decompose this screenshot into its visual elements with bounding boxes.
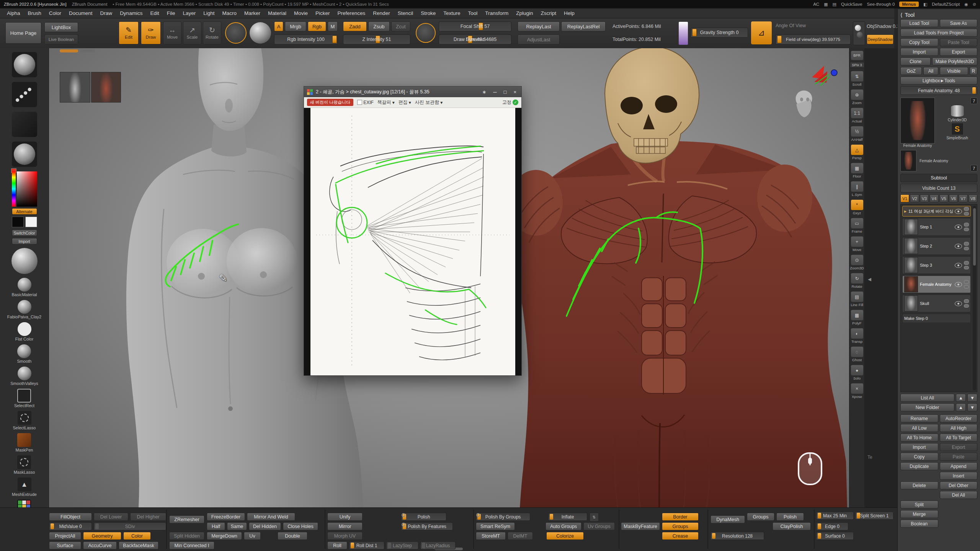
toggle-dot[interactable] — [402, 523, 405, 527]
dock-lazyradius[interactable]: LazyRadius — [420, 541, 456, 549]
dock-del-hidden[interactable]: Del Hidden — [249, 522, 281, 530]
dock-fillobject[interactable]: FillObject — [49, 513, 92, 521]
mrgb-button[interactable]: Mrgb — [285, 21, 306, 31]
tool-palette-header[interactable]: ⟨ Tool — [900, 11, 977, 19]
palette-slot-masklasso[interactable]: MaskLasso — [14, 455, 35, 478]
update-button[interactable]: 새 버전이 나왔습니다 — [307, 99, 353, 106]
toggle-pills[interactable] — [964, 280, 969, 289]
dock-close-holes[interactable]: Close Holes — [283, 522, 318, 530]
strip-scroll[interactable]: ⇅Scroll — [851, 71, 864, 86]
eye-icon[interactable] — [955, 225, 962, 230]
zcut-button[interactable]: Zcut — [391, 21, 410, 31]
tool-button-delete[interactable]: Delete — [900, 481, 938, 489]
toggle-pills[interactable] — [964, 261, 969, 269]
replay-last-rel-button[interactable]: ReplayLastRel — [561, 21, 606, 31]
dock-roll[interactable]: Roll — [327, 541, 347, 549]
dock-edge-0[interactable]: Edge 0 — [816, 522, 848, 530]
rgb-button[interactable]: Rgb — [308, 21, 326, 31]
toggle-dot[interactable] — [476, 513, 480, 517]
menu-tool[interactable]: Tool — [464, 9, 481, 17]
simplebrush-thumbnail[interactable]: S — [951, 123, 964, 135]
bpr-button[interactable]: BPR — [851, 51, 864, 60]
dock-same[interactable]: Same — [227, 522, 247, 530]
grid-icon[interactable]: ▦ — [824, 2, 828, 7]
dock-min-connected-i[interactable]: Min Connected I — [169, 541, 214, 549]
subtool-scrollbar[interactable] — [973, 206, 976, 390]
subtool-item-female-anatomy[interactable]: Female Anatomy — [902, 276, 971, 293]
tool-button-all-to-target[interactable]: All To Target — [940, 434, 978, 442]
dock-split-hidden[interactable]: Split Hidden — [169, 532, 204, 540]
dock-polish[interactable]: Polish — [776, 513, 804, 521]
viewer-content[interactable] — [304, 108, 521, 375]
dock-groups[interactable]: Groups — [747, 513, 774, 521]
deep-shadow-button[interactable]: DeepShadow — [867, 34, 893, 44]
live-boolean-button[interactable]: Live Boolean — [44, 34, 78, 44]
spix-slider[interactable]: SPix 3 — [850, 62, 864, 68]
main-color-swatch[interactable] — [12, 217, 24, 227]
palette-slot-smooth[interactable]: Smooth — [17, 344, 32, 367]
tool-button-all-to-home[interactable]: All To Home — [900, 434, 938, 442]
dock-backfacemask[interactable]: BackfaceMask — [119, 541, 158, 549]
tool-button-copy[interactable]: Copy — [900, 453, 938, 461]
dock-surface-0[interactable]: Surface 0 — [816, 532, 854, 540]
collapse-icon[interactable]: ⟨ — [900, 12, 902, 18]
menu-light[interactable]: Light — [199, 9, 218, 17]
current-stroke-icon[interactable] — [12, 82, 37, 107]
menu-alpha[interactable]: Alpha — [3, 9, 24, 17]
library-menu[interactable]: 사진 보관함▾ — [415, 99, 443, 106]
dock-morph-uv[interactable]: Morph UV — [327, 532, 363, 540]
palette-icon[interactable]: ◧ — [923, 2, 927, 7]
strip-polyf[interactable]: ▩PolyF — [851, 310, 864, 325]
dock-color[interactable]: Color — [123, 532, 151, 540]
tool-button-save-as[interactable]: Save As — [940, 19, 978, 27]
saturation-square[interactable] — [17, 171, 37, 207]
menu-document[interactable]: Document — [65, 9, 96, 17]
import-button[interactable]: Import — [12, 238, 37, 245]
dock-mirror[interactable]: Mirror — [327, 522, 363, 530]
new-folder-button[interactable]: New Folder — [900, 403, 954, 411]
canvas-scroll-grip[interactable] — [60, 49, 78, 52]
dock-polish[interactable]: Polish — [401, 513, 446, 521]
palette-slot-basicmaterial[interactable]: BasicMaterial — [11, 278, 37, 300]
menu-preferences[interactable]: Preferences — [334, 9, 369, 17]
toggle-dot[interactable] — [402, 513, 405, 517]
menu-stencil[interactable]: Stencil — [394, 9, 417, 17]
viewer-titlebar[interactable]: 2 - 쇄골, 가슴 > chest_cutaway.jpg [12/16] -… — [304, 86, 521, 97]
dock-resolution-128[interactable]: Resolution 128 — [710, 532, 764, 540]
tool-button-lightbox-tools[interactable]: Lightbox►Tools — [900, 77, 977, 85]
subtool-section-header[interactable]: Subtool — [900, 174, 977, 182]
rgb-intensity-slider[interactable]: Rgb Intensity 100 — [274, 34, 338, 44]
home-page-button[interactable]: Home Page — [5, 22, 41, 44]
tool-button-all[interactable]: All — [923, 67, 938, 75]
dock-del-higher[interactable]: Del Higher — [130, 513, 166, 521]
dock-surface[interactable]: Surface — [49, 541, 81, 549]
strip-solo[interactable]: ●Solo — [851, 365, 864, 380]
tool-button-export[interactable]: Export — [940, 443, 978, 451]
tool-button-clone[interactable]: Clone — [900, 57, 931, 65]
menu-transform[interactable]: Transform — [481, 9, 512, 17]
obj-shadow-label[interactable]: ObjShadow 0.3 — [867, 24, 899, 29]
tool-button-copy-tool[interactable]: Copy Tool — [900, 38, 938, 46]
eye-icon[interactable] — [955, 263, 962, 268]
dock-del-lower[interactable]: Del Lower — [94, 513, 128, 521]
menu-zplugin[interactable]: Zplugin — [512, 9, 537, 17]
subtool-tab-v4[interactable]: V4 — [929, 194, 938, 202]
menu-marker[interactable]: Marker — [240, 9, 264, 17]
camera-head-icon[interactable] — [792, 89, 815, 119]
tool-button-all-low[interactable]: All Low — [900, 424, 938, 432]
subtool-tab-v1[interactable]: V1 — [900, 194, 909, 202]
dock-split-screen-1[interactable]: Split Screen 1 — [855, 512, 893, 520]
replay-last-button[interactable]: ReplayLast — [518, 21, 560, 31]
tool-button-load-tool[interactable]: Load Tool — [900, 19, 938, 27]
list-all-button[interactable]: List All — [900, 394, 954, 402]
menu-file[interactable]: File — [163, 9, 179, 17]
menu-material[interactable]: Material — [264, 9, 290, 17]
hue-strip[interactable] — [12, 171, 16, 207]
palette-slot-meshextrude[interactable]: ▲MeshExtrude — [12, 478, 37, 500]
scale-button[interactable]: ↗Scale — [183, 21, 201, 44]
dock-smart-resym[interactable]: Smart ReSym — [476, 522, 515, 530]
menus-button[interactable]: Menus — [899, 2, 918, 7]
strip-zoom3d[interactable]: ⊙Zoom3D — [850, 254, 864, 270]
persp-icon[interactable]: ⊿ — [751, 21, 772, 44]
eye-icon[interactable] — [955, 282, 962, 287]
